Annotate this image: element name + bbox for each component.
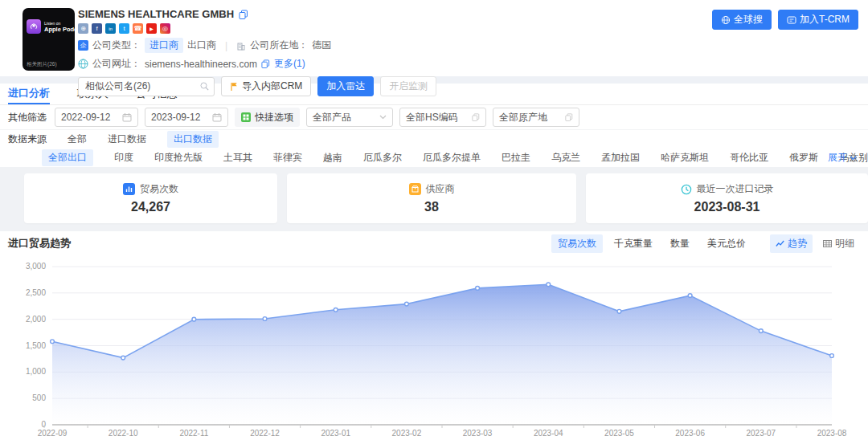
filter-bar: 其他筛选 2022-09-12 2023-09-12 快捷选项 全部产品 全部H… xyxy=(0,105,868,129)
source-all[interactable]: 全部 xyxy=(68,132,87,146)
country-tab[interactable]: 俄罗斯 xyxy=(789,151,818,165)
country-tab[interactable]: 土耳其 xyxy=(223,151,252,165)
expand-button[interactable]: 展开 xyxy=(828,151,857,165)
svg-text:2,000: 2,000 xyxy=(26,315,46,324)
data-source-row: 数据来源 全部 进口数据 出口数据 xyxy=(0,130,868,149)
svg-text:2022-10: 2022-10 xyxy=(108,429,138,436)
metric-quantity[interactable]: 数量 xyxy=(664,234,696,253)
trend-header: 进口贸易趋势 贸易次数 千克重量 数量 美元总价 趋势 明细 xyxy=(0,231,868,255)
country-tab[interactable]: 巴拉圭 xyxy=(502,151,530,165)
location-label: 公司所在地： xyxy=(250,39,308,52)
copy-icon xyxy=(472,113,480,121)
global-search-button[interactable]: 全球搜 xyxy=(712,10,772,30)
product-select[interactable]: 全部产品 xyxy=(306,108,393,127)
view-trend-label: 趋势 xyxy=(788,237,807,251)
join-tcrm-button[interactable]: 加入T-CRM xyxy=(778,10,858,30)
global-search-label: 全球搜 xyxy=(734,13,763,26)
more-link[interactable]: 更多(1) xyxy=(274,57,305,71)
country-tabs-row: 全部出口 印度 印度抢先版 土耳其 菲律宾 越南 厄瓜多尔 厄瓜多尔提单 巴拉圭… xyxy=(0,149,868,167)
calendar-icon xyxy=(212,112,222,122)
svg-text:3,000: 3,000 xyxy=(26,262,46,271)
svg-text:2023-06: 2023-06 xyxy=(675,429,705,436)
trade-count-label: 贸易次数 xyxy=(140,182,178,196)
calendar-icon xyxy=(122,112,132,122)
country-tab[interactable]: 越南 xyxy=(323,151,342,165)
expand-label: 展开 xyxy=(828,151,847,165)
country-tab[interactable]: 全部出口 xyxy=(42,149,93,166)
svg-text:2023-08: 2023-08 xyxy=(817,429,847,436)
website-label: 公司网址： xyxy=(92,57,141,71)
date-to-value: 2023-09-12 xyxy=(151,112,200,123)
tab-import-analysis[interactable]: 进口分析 xyxy=(8,84,50,104)
youtube-icon[interactable]: ▶ xyxy=(146,23,157,34)
last-import-value: 2023-08-31 xyxy=(694,200,760,214)
date-to-picker[interactable]: 2023-09-12 xyxy=(145,108,228,127)
country-tab[interactable]: 厄瓜多尔提单 xyxy=(423,151,481,165)
similar-company-search xyxy=(78,77,215,96)
link-icon[interactable] xyxy=(199,81,210,92)
metric-kg-weight[interactable]: 千克重量 xyxy=(608,234,659,253)
country-tab[interactable]: 孟加拉国 xyxy=(601,151,640,165)
start-monitoring-button[interactable]: 开启监测 xyxy=(380,76,436,96)
country-tab[interactable]: 菲律宾 xyxy=(273,151,302,165)
date-from-picker[interactable]: 2022-09-12 xyxy=(55,108,138,127)
copy-icon[interactable] xyxy=(261,59,270,68)
location-icon xyxy=(236,41,246,51)
country-tab[interactable]: 哈萨克斯坦 xyxy=(661,151,709,165)
metric-usd-total[interactable]: 美元总价 xyxy=(701,234,752,253)
join-radar-button[interactable]: 加入雷达 xyxy=(317,76,374,96)
svg-text:500: 500 xyxy=(32,393,46,402)
hs-code-select[interactable]: 全部HS编码 xyxy=(399,108,486,127)
view-detail-toggle[interactable]: 明细 xyxy=(817,234,860,253)
apple-podcasts-icon xyxy=(27,19,41,34)
line-chart-icon xyxy=(776,240,784,247)
flag-icon xyxy=(230,82,239,91)
chevron-down-icon xyxy=(379,115,387,120)
source-import[interactable]: 进口数据 xyxy=(108,132,146,146)
supplier-box-icon xyxy=(409,183,421,195)
quick-options-button[interactable]: 快捷选项 xyxy=(235,108,300,127)
hs-code-value: 全部HS编码 xyxy=(406,111,458,124)
company-name: SIEMENS HEALTHCARE GMBH xyxy=(78,8,234,20)
facebook-icon[interactable]: f xyxy=(92,23,102,34)
data-source-label: 数据来源 xyxy=(8,132,47,146)
company-header: Listen on Apple Podcasts 相关图片(26) SIEMEN… xyxy=(0,0,868,76)
supplier-value: 38 xyxy=(424,200,439,214)
source-export[interactable]: 出口数据 xyxy=(167,131,219,148)
import-crm-label: 导入内部CRM xyxy=(242,79,302,93)
company-logo: Listen on Apple Podcasts 相关图片(26) xyxy=(23,8,75,71)
country-tab[interactable]: 印度 xyxy=(114,151,133,165)
last-import-label: 最近一次进口记录 xyxy=(697,182,774,196)
origin-select[interactable]: 全部原产地 xyxy=(493,108,579,127)
last-import-card: 最近一次进口记录 2023-08-31 xyxy=(586,173,868,223)
view-trend-toggle[interactable]: 趋势 xyxy=(770,234,813,253)
phone-icon[interactable]: ☎ xyxy=(133,23,143,34)
divider: | xyxy=(225,40,227,51)
importer-tag[interactable]: 进口商 xyxy=(145,38,183,53)
country-tab[interactable]: 哥伦比亚 xyxy=(730,151,768,165)
company-type-label: 公司类型： xyxy=(92,39,141,52)
copy-icon[interactable] xyxy=(239,10,248,19)
trade-trend-chart: 05001,0001,5002,0002,5003,0002022-092022… xyxy=(0,255,868,436)
exporter-tag[interactable]: 出口商 xyxy=(187,39,216,52)
svg-text:2022-12: 2022-12 xyxy=(250,429,280,436)
linkedin-icon[interactable]: in xyxy=(105,23,116,34)
country-tab[interactable]: 乌克兰 xyxy=(551,151,580,165)
import-crm-button[interactable]: 导入内部CRM xyxy=(221,76,311,96)
website-icon[interactable]: ⊕ xyxy=(78,23,88,34)
svg-text:2022-09: 2022-09 xyxy=(38,429,68,436)
globe-icon xyxy=(78,59,88,69)
country-tab[interactable]: 厄瓜多尔 xyxy=(363,151,402,165)
similar-company-input[interactable] xyxy=(78,77,215,96)
svg-text:2023-05: 2023-05 xyxy=(604,429,634,436)
twitter-icon[interactable]: t xyxy=(119,23,129,34)
metric-trade-count[interactable]: 贸易次数 xyxy=(551,234,603,253)
join-radar-label: 加入雷达 xyxy=(326,79,365,93)
website-value[interactable]: siemens-healthineers.com xyxy=(145,59,257,70)
trade-count-card: 贸易次数 24,267 xyxy=(24,173,277,223)
svg-text:2023-01: 2023-01 xyxy=(321,429,350,436)
logo-brand: Apple Podcasts xyxy=(44,26,75,33)
instagram-icon[interactable]: ◎ xyxy=(160,23,170,34)
country-tab[interactable]: 印度抢先版 xyxy=(154,151,203,165)
product-select-value: 全部产品 xyxy=(313,111,351,124)
